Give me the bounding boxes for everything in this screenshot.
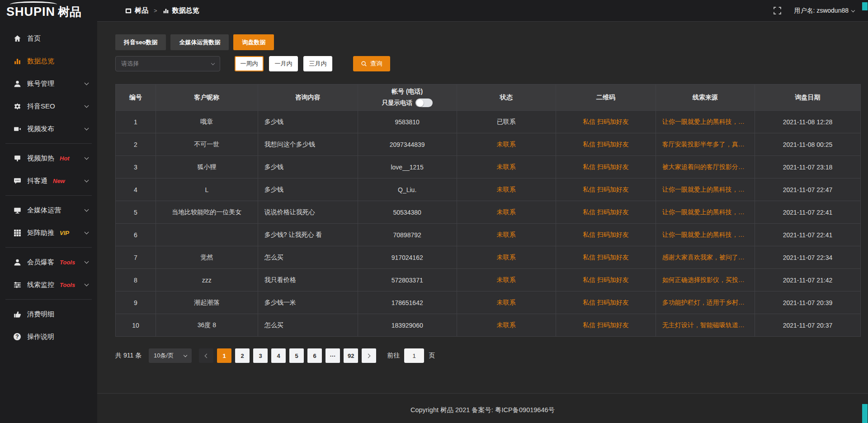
sidebar-item-instructions[interactable]: ? 操作说明	[0, 325, 97, 348]
sidebar-item-member-burst[interactable]: 会员爆客 Tools	[0, 251, 97, 273]
cell-date: 2021-11-08 00:25	[755, 133, 860, 156]
table-row: 4 L 多少钱 Q_Liu. 未联系 私信 扫码加好友 让你一眼就爱上的黑科技，…	[116, 179, 861, 201]
fullscreen-icon[interactable]	[774, 7, 781, 14]
cell-date: 2021-11-07 22:41	[755, 201, 860, 224]
cell-content: 多少钱? 让我死心 看	[258, 224, 358, 246]
grid-icon	[14, 229, 21, 237]
cell-no: 9	[116, 291, 156, 314]
topbar: 树品 > 数据总览 用户名: zswodun88	[97, 0, 868, 22]
cell-account: 178651642	[358, 291, 457, 314]
sidebar-item-video-publish[interactable]: 视频发布	[0, 118, 97, 140]
cell-status: 未联系	[457, 156, 556, 179]
cell-source-link[interactable]: 让你一眼就爱上的黑科技，能...	[656, 224, 755, 246]
cell-no: 4	[116, 179, 156, 201]
cell-no: 1	[116, 111, 156, 133]
cell-source-link[interactable]: 无主灯设计，智能磁吸轨道灯...	[656, 314, 755, 337]
footer: Copyright 树品 2021 备案号: 粤ICP备09019646号	[97, 393, 868, 423]
thumbs-up-icon	[14, 310, 21, 318]
help-icon: ?	[14, 333, 21, 341]
cell-status: 未联系	[457, 224, 556, 246]
cell-date: 2021-11-07 20:37	[755, 314, 860, 337]
cell-source-link[interactable]: 让你一眼就爱上的黑科技，能...	[656, 111, 755, 133]
page-size-select[interactable]: 10条/页	[149, 348, 192, 363]
table-row: 8 zzz 我只看价格 572803371 未联系 私信 扫码加好友 如何正确选…	[116, 269, 861, 291]
cell-qrcode-link[interactable]: 私信 扫码加好友	[556, 133, 656, 156]
cell-content: 多少钱	[258, 111, 358, 133]
user-icon	[14, 258, 21, 266]
tab-inquiry-data[interactable]: 询盘数据	[233, 34, 274, 50]
gear-icon	[14, 103, 21, 110]
cell-qrcode-link[interactable]: 私信 扫码加好友	[556, 246, 656, 269]
col-account-phone-label: 帐号 (电话)	[359, 88, 456, 96]
breadcrumb-home[interactable]: 树品	[135, 6, 148, 15]
cell-source-link[interactable]: 感谢大家喜欢我家，被问了好...	[656, 246, 755, 269]
cell-qrcode-link[interactable]: 私信 扫码加好友	[556, 111, 656, 133]
sidebar-item-account-management[interactable]: 账号管理	[0, 72, 97, 95]
cell-status: 未联系	[457, 246, 556, 269]
sidebar-item-douyin-seo[interactable]: 抖音SEO	[0, 95, 97, 118]
cell-status: 已联系	[457, 111, 556, 133]
cell-nickname: 36度 8	[156, 314, 258, 337]
tab-douyin-seo-data[interactable]: 抖音seo数据	[115, 34, 166, 50]
period-three-month-button[interactable]: 三月内	[303, 56, 332, 71]
chevron-down-icon[interactable]	[851, 8, 855, 12]
prev-page-button[interactable]	[199, 348, 213, 363]
tab-omnimedia-data[interactable]: 全媒体运营数据	[170, 34, 229, 50]
cell-status: 未联系	[457, 291, 556, 314]
pagination: 共 911 条 10条/页 1 2 3 4 5 6 ··· 92 前往 页	[115, 348, 861, 363]
sidebar-item-matrix-boost[interactable]: 矩阵助推 VIP	[0, 221, 97, 244]
page-button-2[interactable]: 2	[235, 348, 250, 363]
col-content: 咨询内容	[258, 85, 358, 111]
sidebar-item-home[interactable]: 首页	[0, 27, 97, 50]
sidebar-item-doukctong[interactable]: 抖客通 New	[0, 169, 97, 192]
page-button-4[interactable]: 4	[271, 348, 286, 363]
page-button-92[interactable]: 92	[344, 348, 358, 363]
cell-account: 50534380	[358, 201, 457, 224]
phone-only-toggle[interactable]	[415, 99, 433, 107]
cell-source-link[interactable]: 如何正确选择投影仪，买投影...	[656, 269, 755, 291]
brand-logo[interactable]: SHUPIN 树品	[0, 0, 97, 24]
cell-qrcode-link[interactable]: 私信 扫码加好友	[556, 314, 656, 337]
cell-qrcode-link[interactable]: 私信 扫码加好友	[556, 291, 656, 314]
page-size-value: 10条/页	[154, 352, 174, 360]
page-button-1[interactable]: 1	[217, 348, 231, 363]
cell-qrcode-link[interactable]: 私信 扫码加好友	[556, 269, 656, 291]
col-nickname: 客户昵称	[156, 85, 258, 111]
sidebar-item-video-heat[interactable]: 视频加热 Hot	[0, 147, 97, 169]
cell-content: 怎么买	[258, 246, 358, 269]
cell-qrcode-link[interactable]: 私信 扫码加好友	[556, 179, 656, 201]
cell-content: 多少钱	[258, 156, 358, 179]
search-button-label: 查询	[370, 60, 382, 68]
sidebar-item-consumption-detail[interactable]: 消费明细	[0, 303, 97, 325]
username[interactable]: 用户名: zswodun88	[794, 7, 849, 15]
page-button-6[interactable]: 6	[307, 348, 322, 363]
goto-page-input[interactable]	[404, 348, 424, 363]
page-ellipsis-button[interactable]: ···	[326, 348, 340, 363]
cell-source-link[interactable]: 多功能护栏灯，适用于乡村文...	[656, 291, 755, 314]
cell-source-link[interactable]: 被大家追着问的客厅投影分享...	[656, 156, 755, 179]
sidebar-item-label: 消费明细	[27, 310, 54, 319]
cell-source-link[interactable]: 让你一眼就爱上的黑科技，能...	[656, 201, 755, 224]
filter-bar: 请选择 一周内 一月内 三月内 查询	[115, 56, 861, 71]
sidebar-item-data-overview[interactable]: 数据总览	[0, 50, 97, 72]
col-status: 状态	[457, 85, 556, 111]
page-button-5[interactable]: 5	[289, 348, 304, 363]
inquiry-table: 编号 客户昵称 咨询内容 帐号 (电话) 只显示电话 状态	[115, 84, 861, 337]
cell-qrcode-link[interactable]: 私信 扫码加好友	[556, 201, 656, 224]
cell-account: 183929060	[358, 314, 457, 337]
next-page-button[interactable]	[362, 348, 376, 363]
sidebar-item-lead-monitoring[interactable]: 线索监控 Tools	[0, 273, 97, 296]
cell-source-link[interactable]: 让你一眼就爱上的黑科技，能...	[656, 179, 755, 201]
cell-qrcode-link[interactable]: 私信 扫码加好友	[556, 224, 656, 246]
arrow-right-icon	[366, 353, 371, 358]
cell-qrcode-link[interactable]: 私信 扫码加好友	[556, 156, 656, 179]
cell-source-link[interactable]: 客厅安装投影半年多了，真实...	[656, 133, 755, 156]
account-select[interactable]: 请选择	[115, 56, 220, 71]
scrollbar-artifact-bottom	[862, 404, 868, 423]
sidebar-item-omnimedia-operation[interactable]: 全媒体运营	[0, 199, 97, 221]
period-one-week-button[interactable]: 一周内	[235, 56, 264, 71]
period-one-month-button[interactable]: 一月内	[269, 56, 298, 71]
search-button[interactable]: 查询	[353, 56, 390, 71]
table-row: 5 当地比较能吃的一位美女 说说价格让我死心 50534380 未联系 私信 扫…	[116, 201, 861, 224]
page-button-3[interactable]: 3	[253, 348, 268, 363]
